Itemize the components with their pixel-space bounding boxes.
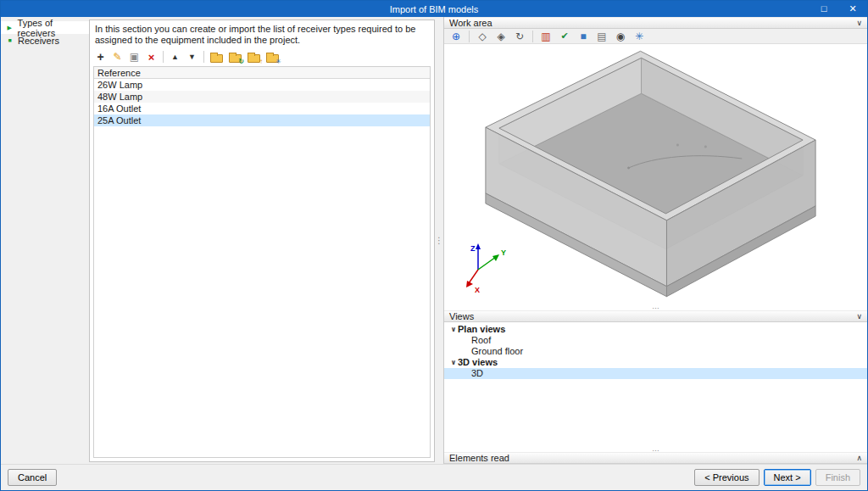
toolbar-separator: [532, 31, 533, 42]
expander-icon[interactable]: ∨: [449, 357, 458, 368]
layers-icon[interactable]: ▤: [594, 31, 609, 42]
axis-y-label: Y: [501, 248, 506, 257]
views-header: Views ∨: [444, 310, 867, 322]
receiver-types-toolbar: + ✎ ▣ × ▲ ▼ ↻ ↑ ✳: [90, 47, 434, 65]
visibility-icon[interactable]: ◉: [613, 31, 628, 42]
tree-item-roof[interactable]: Roof: [444, 335, 867, 346]
sidebar-item-label: Receivers: [18, 36, 59, 46]
copy-icon[interactable]: ▣: [127, 50, 142, 64]
elements-read-title: Elements read: [449, 453, 509, 463]
tree-label: Plan views: [458, 324, 505, 335]
folder-gear-icon[interactable]: ✳: [266, 54, 279, 63]
section-sidebar: ▶ Types of receivers ■ Receivers: [1, 17, 89, 464]
folder-sync-icon[interactable]: ↻: [229, 54, 242, 63]
delete-icon[interactable]: ×: [144, 50, 159, 64]
edit-icon[interactable]: ✎: [110, 50, 125, 64]
axis-z-label: Z: [470, 244, 476, 253]
coordinate-icon[interactable]: ⊕: [448, 31, 464, 42]
active-arrow-icon: ▶: [6, 25, 14, 31]
table-row[interactable]: 16A Outlet: [94, 103, 430, 114]
expander-icon[interactable]: ∨: [449, 324, 458, 335]
move-up-icon[interactable]: ▲: [168, 50, 182, 64]
table-body: 26W Lamp 48W Lamp 16A Outlet 25A Outlet: [94, 79, 430, 457]
cancel-button[interactable]: Cancel: [8, 469, 57, 486]
tree-item-3d-selected[interactable]: 3D: [444, 368, 867, 379]
work-area-header: Work area ∨: [444, 17, 867, 29]
wireframe-icon[interactable]: ✳: [632, 31, 647, 42]
table-row-selected[interactable]: 25A Outlet: [94, 114, 430, 126]
next-button[interactable]: Next >: [764, 469, 811, 486]
tree-group-plan-views[interactable]: ∨ Plan views: [444, 324, 867, 335]
expand-chevron-icon[interactable]: ∧: [856, 454, 862, 462]
receiver-types-table: Reference 26W Lamp 48W Lamp 16A Outlet 2…: [93, 66, 431, 458]
titlebar: Import of BIM models □ ✕: [1, 1, 867, 17]
axes-triad: Z Y X: [456, 239, 510, 295]
folder-up-icon[interactable]: ↑: [248, 54, 260, 63]
toolbar-separator: [203, 51, 204, 63]
receiver-types-panel: In this section you can create or import…: [89, 20, 435, 462]
orbit-icon[interactable]: ◇: [475, 31, 490, 42]
table-row[interactable]: 26W Lamp: [94, 79, 430, 91]
elements-read-header: Elements read ∧: [444, 452, 867, 464]
move-down-icon[interactable]: ▼: [185, 50, 199, 64]
close-button[interactable]: ✕: [838, 1, 867, 17]
solid-icon[interactable]: ■: [576, 31, 591, 42]
bim-preview-panel: Work area ∨ ⊕ ◇ ◈ ↻ ▥ ✔ ■ ▤ ◉ ✳: [443, 17, 867, 464]
check-icon[interactable]: ✔: [557, 31, 572, 42]
views-tree: ∨ Plan views Roof Ground floor ∨ 3D view…: [444, 322, 867, 452]
collapse-chevron-icon[interactable]: ∨: [856, 312, 862, 321]
tree-group-3d-views[interactable]: ∨ 3D views: [444, 357, 867, 368]
tree-label: 3D: [471, 368, 483, 379]
work-area-title: Work area: [449, 18, 492, 28]
collapse-chevron-icon[interactable]: ∨: [856, 19, 862, 27]
toolbar-separator: [163, 51, 164, 63]
axis-x-label: X: [475, 286, 480, 294]
horizontal-splitter[interactable]: …: [444, 447, 867, 451]
viewcube-icon[interactable]: ◈: [493, 31, 509, 42]
tree-label: Roof: [471, 335, 491, 346]
vertical-splitter[interactable]: ⋮: [435, 17, 443, 464]
toolbar-separator: [469, 31, 470, 42]
dialog-content: ▶ Types of receivers ■ Receivers In this…: [1, 17, 867, 464]
finish-button: Finish: [815, 469, 860, 486]
maximize-button[interactable]: □: [810, 1, 838, 17]
work-area-toolbar: ⊕ ◇ ◈ ↻ ▥ ✔ ■ ▤ ◉ ✳: [444, 29, 867, 44]
folder-open-icon[interactable]: [210, 54, 223, 63]
tree-item-ground-floor[interactable]: Ground floor: [444, 346, 867, 357]
structure-icon[interactable]: ▥: [538, 31, 554, 42]
sidebar-item-types-of-receivers[interactable]: ▶ Types of receivers: [1, 21, 89, 34]
views-title: Views: [449, 311, 474, 321]
viewport-3d[interactable]: Z Y X: [444, 44, 867, 305]
table-row[interactable]: 48W Lamp: [94, 91, 430, 103]
section-description: In this section you can create or import…: [90, 20, 434, 47]
dialog-footer: Cancel < Previous Next > Finish: [1, 464, 867, 490]
bullet-square-icon: ■: [6, 37, 14, 43]
rotate-icon[interactable]: ↻: [512, 31, 527, 42]
window-title: Import of BIM models: [58, 4, 810, 14]
tree-label: 3D views: [458, 357, 498, 368]
tree-label: Ground floor: [471, 346, 523, 357]
column-header-reference: Reference: [94, 67, 430, 79]
import-bim-dialog: Import of BIM models □ ✕ ▶ Types of rece…: [0, 0, 868, 491]
add-icon[interactable]: +: [93, 50, 108, 64]
previous-button[interactable]: < Previous: [694, 469, 759, 486]
